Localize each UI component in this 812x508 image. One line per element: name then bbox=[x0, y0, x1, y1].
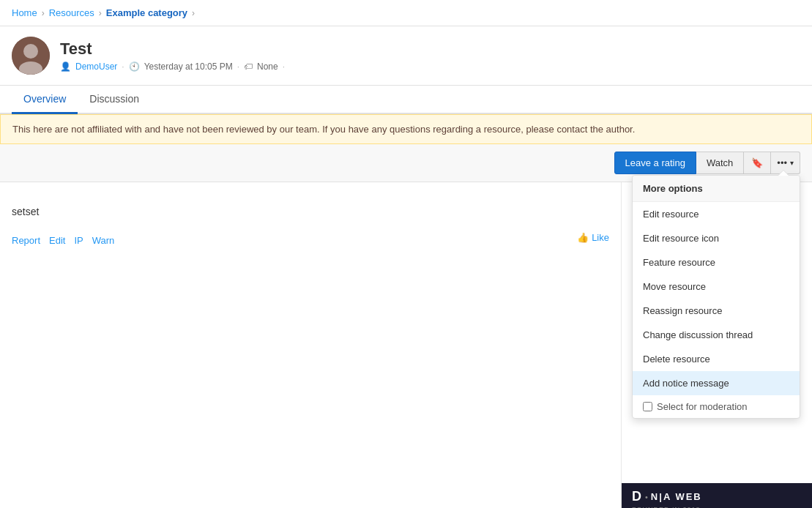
breadcrumb: Home › Resources › Example category › bbox=[0, 0, 812, 26]
watermark: D • N|A WEB FOUNDED IN 2018 bbox=[622, 483, 812, 508]
thumbs-up-icon: 👍 bbox=[577, 232, 589, 243]
meta-dot-2: · bbox=[237, 61, 239, 72]
dropdown-item-add-notice[interactable]: Add notice message bbox=[633, 371, 800, 395]
resource-header: Test 👤 DemoUser · 🕙 Yesterday at 10:05 P… bbox=[0, 26, 812, 86]
like-button[interactable]: 👍 Like bbox=[577, 232, 609, 243]
meta-dot-3: · bbox=[283, 61, 285, 72]
edit-link[interactable]: Edit bbox=[49, 235, 65, 246]
watermark-logo: D • N|A WEB bbox=[632, 489, 702, 504]
dropdown-item-reassign[interactable]: Reassign resource bbox=[633, 299, 800, 323]
clock-icon: 🕙 bbox=[129, 61, 140, 72]
ellipsis-icon: ••• bbox=[777, 157, 787, 168]
content-area: setset Report Edit IP Warn 👍 Like bbox=[0, 182, 622, 508]
watch-button[interactable]: Watch bbox=[696, 152, 744, 174]
report-link[interactable]: Report bbox=[12, 235, 40, 246]
dropdown-item-moderation[interactable]: Select for moderation bbox=[633, 395, 800, 418]
resource-text: setset bbox=[12, 206, 609, 217]
svg-point-1 bbox=[23, 44, 38, 59]
breadcrumb-resources[interactable]: Resources bbox=[49, 7, 94, 18]
tabs-bar: Overview Discussion bbox=[0, 86, 812, 114]
moderation-checkbox-label[interactable]: Select for moderation bbox=[643, 401, 748, 412]
avatar bbox=[12, 37, 50, 75]
dropdown-item-feature[interactable]: Feature resource bbox=[633, 250, 800, 274]
meta-dot-1: · bbox=[122, 61, 124, 72]
tag: None bbox=[257, 61, 278, 72]
watermark-d: D bbox=[632, 489, 642, 504]
action-button-group: Leave a rating Watch 🔖 ••• ▾ bbox=[614, 152, 800, 174]
warn-link[interactable]: Warn bbox=[92, 235, 115, 246]
tag-icon: 🏷 bbox=[244, 61, 253, 72]
dropdown-item-move[interactable]: Move resource bbox=[633, 274, 800, 299]
like-label: Like bbox=[592, 232, 609, 243]
more-options-dropdown: More options Edit resource Edit resource… bbox=[632, 175, 800, 419]
warning-banner: This here are not affiliated with and ha… bbox=[0, 114, 812, 144]
resource-actions: Report Edit IP Warn bbox=[12, 235, 114, 246]
watermark-dot: • bbox=[645, 493, 648, 501]
dropdown-item-change-thread[interactable]: Change discussion thread bbox=[633, 323, 800, 347]
tab-overview[interactable]: Overview bbox=[12, 86, 78, 114]
resource-actions-row: Report Edit IP Warn 👍 Like bbox=[12, 229, 609, 246]
breadcrumb-sep-2: › bbox=[99, 8, 102, 18]
bookmark-icon: 🔖 bbox=[751, 157, 763, 168]
dropdown-item-edit-resource[interactable]: Edit resource bbox=[633, 202, 800, 226]
breadcrumb-home[interactable]: Home bbox=[12, 7, 37, 18]
resource-title-block: Test 👤 DemoUser · 🕙 Yesterday at 10:05 P… bbox=[60, 40, 285, 72]
ip-link[interactable]: IP bbox=[74, 235, 83, 246]
bookmark-button[interactable]: 🔖 bbox=[744, 152, 771, 174]
tab-discussion[interactable]: Discussion bbox=[78, 86, 151, 114]
timestamp: Yesterday at 10:05 PM bbox=[144, 61, 233, 72]
user-icon: 👤 bbox=[60, 61, 71, 72]
dropdown-item-edit-icon[interactable]: Edit resource icon bbox=[633, 226, 800, 250]
moderation-checkbox[interactable] bbox=[643, 402, 652, 411]
breadcrumb-current: Example category bbox=[106, 7, 187, 18]
leave-rating-button[interactable]: Leave a rating bbox=[614, 152, 696, 174]
breadcrumb-sep-1: › bbox=[42, 8, 45, 18]
author-link[interactable]: DemoUser bbox=[75, 61, 117, 72]
resource-body: setset Report Edit IP Warn 👍 Like bbox=[12, 194, 609, 258]
resource-title: Test bbox=[60, 40, 285, 59]
breadcrumb-sep-3: › bbox=[192, 8, 195, 18]
dropdown-header: More options bbox=[633, 176, 800, 202]
dropdown-item-delete[interactable]: Delete resource bbox=[633, 347, 800, 371]
moderation-label: Select for moderation bbox=[657, 401, 748, 412]
resource-meta: 👤 DemoUser · 🕙 Yesterday at 10:05 PM · 🏷… bbox=[60, 61, 285, 72]
caret-down-icon: ▾ bbox=[790, 159, 794, 167]
watermark-nia: N|A WEB bbox=[651, 491, 702, 502]
